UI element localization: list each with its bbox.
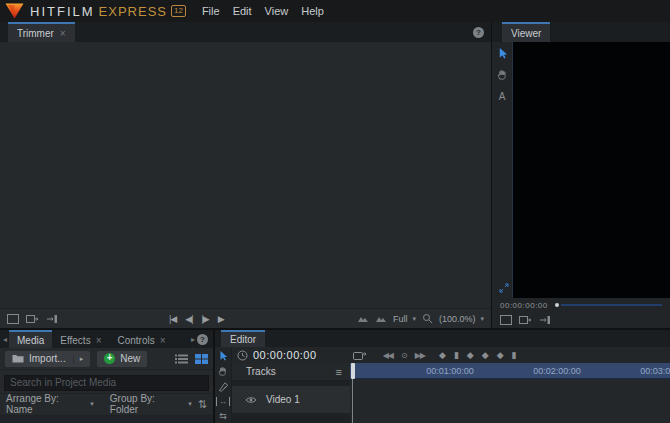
zoom-level-dropdown[interactable]: (100.0%) ▾ <box>439 314 484 324</box>
paused-quality-icon[interactable] <box>357 314 369 323</box>
ruler-tick: 00:01:00:00 <box>426 366 474 376</box>
hand-tool-icon[interactable] <box>495 68 510 81</box>
import-menu-arrow-icon[interactable]: ▸ <box>73 355 84 363</box>
plus-icon: + <box>104 353 115 364</box>
select-tool-icon[interactable] <box>495 46 510 59</box>
arrange-by-dropdown[interactable]: Arrange By: Name ▾ <box>6 393 94 415</box>
tab-controls-close-icon[interactable]: × <box>160 335 166 346</box>
step-forward-button[interactable]: |▶ <box>202 314 209 324</box>
tab-effects-close-icon[interactable]: × <box>96 335 102 346</box>
trimmer-controlbar: |◀ ◀| |▶ ▶ Full ▾ <box>0 308 491 328</box>
editor-timecode[interactable]: 00:00:00:00 <box>253 349 317 361</box>
viewer-tabbar: Viewer <box>492 22 670 42</box>
snapshot-frame-icon[interactable] <box>7 314 19 324</box>
viewer-seek-row: 00:00:00:00 <box>492 298 670 312</box>
viewer-timecode[interactable]: 00:00:00:00 <box>500 301 548 310</box>
menu-view[interactable]: View <box>265 5 289 17</box>
send-to-editor-icon[interactable] <box>539 315 551 325</box>
slip-tool-icon[interactable]: ↔ <box>216 397 230 406</box>
trimmer-help-icon[interactable]: ? <box>473 27 484 38</box>
editor-toolbar: 00:00:00:00 ◀◀ ⊙ ▶▶ ◆ ▮ ◆ <box>232 347 670 363</box>
scale-handle-icon[interactable] <box>496 281 511 294</box>
tab-trimmer[interactable]: Trimmer × <box>8 22 75 42</box>
play-button[interactable]: ▶ <box>218 314 224 324</box>
export-frame-icon[interactable] <box>26 314 39 324</box>
viewer-seekbar[interactable] <box>555 303 662 307</box>
next-edit-button[interactable]: ▶▶ <box>415 351 425 360</box>
editor-tool-column: ↔ ⇆ ↔ <box>215 347 232 423</box>
marker-button[interactable]: ◆ <box>439 350 446 360</box>
fit-mode-dropdown[interactable]: Full ▾ <box>393 314 416 324</box>
seek-line[interactable] <box>561 304 662 306</box>
slice-tool-icon[interactable] <box>216 381 230 392</box>
viewer-canvas <box>513 42 670 298</box>
tab-trimmer-close-icon[interactable]: × <box>60 28 66 39</box>
version-badge: 12 <box>171 5 186 17</box>
editor-tabbar: Editor <box>215 330 670 347</box>
text-tool-icon[interactable]: A <box>495 90 510 103</box>
playhead[interactable] <box>351 363 355 379</box>
tracks-label: Tracks <box>246 366 276 377</box>
tab-effects[interactable]: Effects × <box>52 330 109 348</box>
media-list-area <box>0 416 213 423</box>
select-tool-icon[interactable] <box>216 350 230 361</box>
snapshot-frame-icon[interactable] <box>500 315 512 325</box>
folder-icon <box>12 354 24 363</box>
trimmer-panel: Trimmer × ? <box>0 22 492 328</box>
visibility-eye-icon[interactable] <box>245 396 257 404</box>
menubar: File Edit View Help <box>202 5 324 17</box>
import-label: Import... <box>29 353 66 364</box>
hand-tool-icon[interactable] <box>216 366 230 376</box>
group-by-dropdown[interactable]: Group By: Folder ▾ <box>110 393 192 415</box>
track-header-column: Tracks ≡ Video 1 <box>232 363 350 423</box>
go-to-start-button[interactable]: |◀ <box>169 314 176 324</box>
new-label: New <box>120 353 140 364</box>
track-name: Video 1 <box>266 394 300 405</box>
marker-button[interactable]: ◆ <box>482 350 489 360</box>
viewer-tool-column: A <box>492 42 513 298</box>
seek-handle[interactable] <box>555 303 559 307</box>
slide-tool-icon[interactable]: ⇆ <box>216 411 230 421</box>
list-view-icon[interactable] <box>175 354 188 364</box>
send-to-editor-icon[interactable] <box>46 314 58 324</box>
editor-panel: Editor ↔ ⇆ ↔ <box>215 330 670 423</box>
menu-file[interactable]: File <box>202 5 220 17</box>
tabs-scroll-left-icon[interactable]: ◂ <box>1 335 9 344</box>
menu-help[interactable]: Help <box>301 5 324 17</box>
tab-media-label: Media <box>17 335 44 346</box>
marker-button[interactable]: ◆ <box>467 350 474 360</box>
tab-editor[interactable]: Editor <box>221 330 265 347</box>
marker-button[interactable]: ▮ <box>454 350 459 360</box>
tab-controls[interactable]: Controls × <box>110 330 174 348</box>
tab-viewer[interactable]: Viewer <box>502 22 550 42</box>
marker-button[interactable]: ◆ <box>497 350 504 360</box>
track-row[interactable]: Video 1 <box>232 386 350 413</box>
ruler-tick: 00:02:00:00 <box>533 366 581 376</box>
timeline-ruler[interactable]: 00:01:00:00 00:02:00:00 00:03:00:00 <box>350 363 670 379</box>
zoom-magnifier-icon[interactable] <box>422 313 433 324</box>
trimmer-transport: |◀ ◀| |▶ ▶ <box>169 314 224 324</box>
trimmer-tabbar: Trimmer × ? <box>0 22 491 42</box>
export-clip-icon[interactable] <box>353 350 367 360</box>
sort-order-icon[interactable]: ⇅ <box>198 398 207 411</box>
media-help-icon[interactable]: ? <box>197 334 208 345</box>
new-button[interactable]: + New <box>97 351 147 367</box>
tracks-menu-icon[interactable]: ≡ <box>336 366 342 378</box>
marker-button[interactable]: ▮ <box>512 350 517 360</box>
tab-media[interactable]: Media <box>9 330 52 348</box>
trimmer-view-controls: Full ▾ (100.0%) ▾ <box>357 313 484 324</box>
playback-quality-icon[interactable] <box>375 314 387 323</box>
play-from-button[interactable]: ⊙ <box>401 351 407 360</box>
import-button[interactable]: Import... ▸ <box>5 351 90 367</box>
step-back-button[interactable]: ◀| <box>185 314 192 324</box>
previous-edit-button[interactable]: ◀◀ <box>383 351 393 360</box>
export-frame-icon[interactable] <box>519 315 532 325</box>
top-panels: Trimmer × ? <box>0 22 670 328</box>
tab-effects-label: Effects <box>60 335 90 346</box>
timeline[interactable]: 00:01:00:00 00:02:00:00 00:03:00:00 <box>350 363 670 423</box>
search-input[interactable] <box>4 375 209 391</box>
menu-edit[interactable]: Edit <box>233 5 252 17</box>
chevron-down-icon: ▾ <box>90 400 94 408</box>
tabs-scroll-right-icon[interactable]: ▸ <box>189 335 197 344</box>
thumbnail-view-icon[interactable] <box>195 354 208 364</box>
